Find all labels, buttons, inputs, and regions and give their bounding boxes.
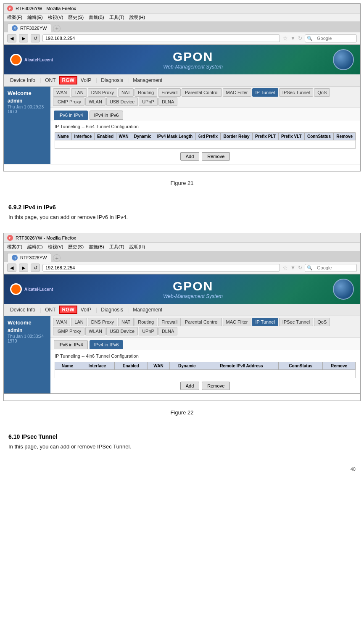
menu-edit-2[interactable]: 編輯(E) (27, 244, 43, 250)
menu-bookmarks[interactable]: 書籤(B) (89, 14, 104, 21)
refresh-icon[interactable]: ↻ (298, 35, 302, 41)
remove-button-2[interactable]: Remove (202, 382, 230, 390)
star-icon-2[interactable]: ☆ (282, 264, 288, 271)
nav-voip-2[interactable]: VoIP (78, 306, 94, 314)
refresh-icon-2[interactable]: ↻ (298, 265, 302, 271)
router-body-1: Welcome admin Thu Jan 1 00:29:23 1970 WA… (4, 87, 360, 164)
nav-ont[interactable]: ONT (42, 76, 58, 84)
menu-help-2[interactable]: 說明(H) (129, 244, 145, 250)
router-main-2: WAN LAN DNS Proxy NAT Routing Firewall P… (50, 316, 360, 393)
add-button-2[interactable]: Add (180, 382, 200, 390)
subnav2-lan[interactable]: LAN (71, 318, 87, 326)
tab-ipv4-in-ipv6[interactable]: IPv4 in IPv6 (90, 111, 124, 120)
menu-edit[interactable]: 編輯(E) (27, 14, 43, 21)
menu-view-2[interactable]: 檢視(V) (48, 244, 63, 250)
address-input-2[interactable] (42, 264, 280, 272)
menu-file[interactable]: 檔案(F) (7, 14, 22, 21)
forward-button[interactable]: ▶ (19, 34, 28, 42)
remove-button-1[interactable]: Remove (202, 152, 230, 161)
nav-voip[interactable]: VoIP (78, 76, 94, 84)
forward-button-2[interactable]: ▶ (19, 264, 28, 272)
subnav2-dlna[interactable]: DLNA (158, 327, 177, 335)
menu-history-2[interactable]: 歷史(S) (68, 244, 84, 250)
address-input[interactable] (42, 34, 280, 42)
router-ui-1: Alcatel·Lucent GPON Web-Management Syste… (4, 45, 360, 164)
subnav2-routing[interactable]: Routing (135, 318, 157, 326)
subnav-firewall[interactable]: Firewall (158, 88, 181, 97)
subnav2-wan[interactable]: WAN (53, 318, 70, 326)
router-body-2: Welcome admin Thu Jan 1 00:33:24 1970 WA… (4, 316, 360, 393)
new-tab-button[interactable]: + (53, 25, 61, 32)
subnav2-parental[interactable]: Parental Control (182, 318, 222, 326)
nav-device-info[interactable]: Device Info (8, 76, 38, 84)
menu-help[interactable]: 說明(H) (129, 14, 145, 21)
router-nav-2: Device Info | ONT RGW VoIP | Diagnosis |… (4, 304, 360, 316)
subnav2-nat[interactable]: NAT (118, 318, 134, 326)
browser-tab-bar-2: R RTF3026YW + (4, 251, 360, 262)
subnav-wlan[interactable]: WLAN (85, 98, 106, 106)
back-button[interactable]: ◀ (7, 34, 16, 42)
subnav-ipsec[interactable]: IPSec Tunnel (279, 88, 313, 97)
subnav-wan[interactable]: WAN (53, 88, 70, 97)
th2-remove: Remove (323, 362, 356, 370)
bookmark-icon-2[interactable]: ▼ (290, 265, 295, 271)
nav-diagnosis[interactable]: Diagnosis (98, 76, 126, 84)
menu-tools[interactable]: 工具(T) (109, 14, 124, 21)
subnav2-mac[interactable]: MAC Filter (223, 318, 251, 326)
subnav-dlna[interactable]: DLNA (158, 98, 177, 106)
figure-caption-1: Figure 21 (8, 180, 356, 186)
new-tab-button-2[interactable]: + (53, 254, 61, 262)
subnav2-igmp[interactable]: IGMP Proxy (53, 327, 84, 335)
subnav-upnp[interactable]: UPnP (139, 98, 158, 106)
router-nav-1: Device Info | ONT RGW VoIP | Diagnosis |… (4, 74, 360, 87)
nav-diagnosis-2[interactable]: Diagnosis (98, 306, 126, 314)
menu-bookmarks-2[interactable]: 書籤(B) (89, 244, 104, 250)
subnav2-dns[interactable]: DNS Proxy (88, 318, 117, 326)
router-header-2: Alcatel·Lucent GPON Web-Management Syste… (4, 274, 360, 304)
nav-ont-2[interactable]: ONT (42, 306, 58, 314)
subnav2-firewall[interactable]: Firewall (158, 318, 181, 326)
menu-file-2[interactable]: 檔案(F) (7, 244, 22, 250)
nav-management[interactable]: Management (130, 76, 165, 84)
subnav-qos[interactable]: QoS (314, 88, 330, 97)
search-input[interactable] (314, 35, 356, 42)
subnav-parental[interactable]: Parental Control (182, 88, 222, 97)
subnav-usb[interactable]: USB Device (106, 98, 138, 106)
search-input-2[interactable] (314, 264, 356, 271)
reload-button-2[interactable]: ↺ (31, 264, 40, 272)
subnav-iptunnel[interactable]: IP Tunnel (252, 88, 278, 97)
nav-rgw-2[interactable]: RGW (59, 306, 77, 314)
router-sidebar-1: Welcome admin Thu Jan 1 00:29:23 1970 (4, 87, 50, 164)
subnav-nat[interactable]: NAT (118, 88, 134, 97)
browser-tab[interactable]: R RTF3026YW (7, 24, 51, 32)
tab2-ipv4-in-ipv6[interactable]: IPv4 in IPv6 (90, 340, 124, 349)
subnav-dns[interactable]: DNS Proxy (88, 88, 117, 97)
nav-device-info-2[interactable]: Device Info (8, 306, 38, 314)
subnav2-upnp[interactable]: UPnP (139, 327, 158, 335)
subnav2-usb[interactable]: USB Device (106, 327, 138, 335)
star-icon[interactable]: ☆ (282, 35, 288, 42)
menu-history[interactable]: 歷史(S) (68, 14, 84, 21)
subnav2-qos[interactable]: QoS (314, 318, 330, 326)
subnav-routing[interactable]: Routing (135, 88, 157, 97)
tab-ipv6-in-ipv4[interactable]: IPv6 in IPv4 (54, 111, 88, 120)
add-button-1[interactable]: Add (180, 152, 200, 161)
th-borderrelay: Border Relay (221, 133, 253, 140)
reload-button[interactable]: ↺ (31, 34, 40, 42)
tab-label: RTF3026YW (20, 26, 47, 31)
menu-view[interactable]: 檢視(V) (48, 14, 63, 21)
tab2-ipv6-in-ipv4[interactable]: IPv6 in IPv4 (54, 340, 88, 349)
th-dynamic: Dynamic (131, 133, 154, 140)
subnav2-wlan[interactable]: WLAN (85, 327, 106, 335)
subnav-igmp[interactable]: IGMP Proxy (53, 98, 84, 106)
menu-tools-2[interactable]: 工具(T) (109, 244, 124, 250)
nav-management-2[interactable]: Management (130, 306, 165, 314)
bookmark-icon[interactable]: ▼ (290, 35, 295, 41)
subnav-mac[interactable]: MAC Filter (223, 88, 251, 97)
nav-rgw[interactable]: RGW (59, 76, 77, 84)
browser-tab-2[interactable]: R RTF3026YW (7, 253, 51, 262)
subnav-lan[interactable]: LAN (71, 88, 87, 97)
subnav2-iptunnel[interactable]: IP Tunnel (252, 318, 278, 326)
back-button-2[interactable]: ◀ (7, 264, 16, 272)
subnav2-ipsec[interactable]: IPSec Tunnel (279, 318, 313, 326)
